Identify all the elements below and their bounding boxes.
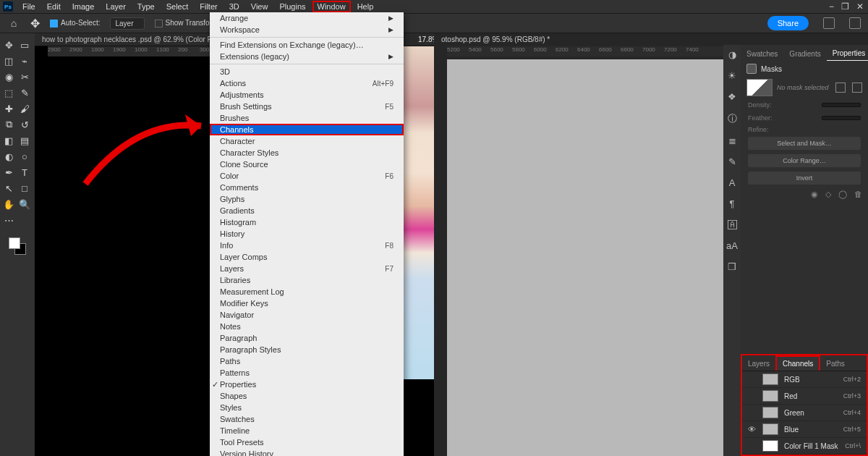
menu-item-libraries[interactable]: Libraries xyxy=(210,274,404,286)
search-icon[interactable] xyxy=(823,17,835,29)
mask-from-sel-icon[interactable]: ◇ xyxy=(825,190,831,199)
menu-window[interactable]: Window xyxy=(312,1,351,12)
info-panel-icon[interactable]: ⓘ xyxy=(728,112,737,125)
menu-item-channels[interactable]: Channels xyxy=(210,124,404,135)
menu-item-workspace[interactable]: Workspace▶ xyxy=(210,24,404,35)
menu-item-navigator[interactable]: Navigator xyxy=(210,309,404,321)
feather-value[interactable] xyxy=(822,116,861,120)
artboard-tool[interactable]: ▭ xyxy=(17,38,32,52)
menu-plugins[interactable]: Plugins xyxy=(274,1,310,12)
invert-button[interactable]: Invert xyxy=(748,172,861,185)
tab-gradients[interactable]: Gradients xyxy=(783,47,826,61)
libraries-icon[interactable]: ≣ xyxy=(728,135,736,146)
channel-row-blue[interactable]: 👁BlueCtrl+5 xyxy=(742,421,867,438)
menu-item-comments[interactable]: Comments xyxy=(210,182,404,193)
home-icon[interactable]: ⌂ xyxy=(7,17,20,30)
auto-select-checkbox[interactable] xyxy=(50,20,58,28)
pen-tool[interactable]: ✒ xyxy=(1,165,16,180)
menu-edit[interactable]: Edit xyxy=(42,1,66,12)
canvas-right[interactable] xyxy=(447,59,723,456)
lasso-tool[interactable]: ⌁ xyxy=(17,54,32,68)
menu-item-arrange[interactable]: Arrange▶ xyxy=(210,12,404,24)
menu-item-extensions[interactable]: Extensions (legacy)▶ xyxy=(210,51,404,62)
gradient-tool[interactable]: ▤ xyxy=(17,133,32,148)
maximize-icon[interactable]: ❐ xyxy=(841,1,849,12)
visibility-icon[interactable]: 👁 xyxy=(748,425,757,434)
menu-item-layers[interactable]: LayersF7 xyxy=(210,263,404,274)
blur-tool[interactable]: ◐ xyxy=(1,149,16,164)
menu-item-styles[interactable]: Styles xyxy=(210,402,404,413)
channel-row-green[interactable]: GreenCtrl+4 xyxy=(742,405,867,421)
trash-icon[interactable]: 🗑 xyxy=(854,190,862,199)
pixel-mask-icon[interactable] xyxy=(835,83,846,93)
menu-item-layer-comps[interactable]: Layer Comps xyxy=(210,251,404,263)
brush-tool[interactable]: 🖌 xyxy=(17,101,32,116)
hand-tool[interactable]: ✋ xyxy=(1,197,16,211)
menu-item-actions[interactable]: ActionsAlt+F9 xyxy=(210,77,404,89)
menu-item-glyphs[interactable]: Glyphs xyxy=(210,193,404,205)
menu-item-character[interactable]: Character xyxy=(210,135,404,147)
tab-channels[interactable]: Channels xyxy=(775,355,820,371)
menu-item-history[interactable]: History xyxy=(210,228,404,240)
eraser-tool[interactable]: ◧ xyxy=(1,133,16,148)
channel-row-red[interactable]: RedCtrl+3 xyxy=(742,388,867,405)
menu-file[interactable]: File xyxy=(17,1,41,12)
edit-toolbar[interactable]: ⋯ xyxy=(1,213,16,227)
color-swatch[interactable] xyxy=(9,237,26,255)
menu-filter[interactable]: Filter xyxy=(195,1,222,12)
transform-controls-checkbox[interactable] xyxy=(155,20,163,28)
eyedropper-tool[interactable]: ✎ xyxy=(17,85,32,100)
menu-select[interactable]: Select xyxy=(161,1,194,12)
glyphs-panel-icon[interactable]: 🄰 xyxy=(728,219,737,230)
zoom-tool[interactable]: 🔍 xyxy=(17,197,32,211)
menu-item-color[interactable]: ColorF6 xyxy=(210,170,404,182)
tab-layers[interactable]: Layers xyxy=(742,357,775,371)
menu-layer[interactable]: Layer xyxy=(101,1,131,12)
menu-item-modifier-keys[interactable]: Modifier Keys xyxy=(210,297,404,309)
history-brush-tool[interactable]: ↺ xyxy=(17,117,32,132)
dodge-tool[interactable]: ○ xyxy=(17,149,32,164)
menu-item-paragraph-styles[interactable]: Paragraph Styles xyxy=(210,344,404,355)
color-panel-icon[interactable]: ◑ xyxy=(728,49,736,60)
channel-row-rgb[interactable]: RGBCtrl+2 xyxy=(742,371,867,388)
menu-item-paths[interactable]: Paths xyxy=(210,355,404,367)
path-tool[interactable]: ↖ xyxy=(1,181,16,195)
eye-icon[interactable]: ◉ xyxy=(811,190,818,199)
marquee-tool[interactable]: ◫ xyxy=(1,54,16,68)
menu-item-properties[interactable]: ✓Properties xyxy=(210,379,404,390)
menu-item-version-history[interactable]: Version History xyxy=(210,448,404,456)
menu-item-histogram[interactable]: Histogram xyxy=(210,216,404,228)
layers-panel-icon[interactable]: ❖ xyxy=(728,91,736,102)
menu-item-3d[interactable]: 3D xyxy=(210,66,404,77)
menu-item-character-styles[interactable]: Character Styles xyxy=(210,147,404,159)
document-tab-right[interactable]: otoshop.psd @ 95.9% (RGB/8#) * xyxy=(437,33,723,46)
cube-icon[interactable]: ❒ xyxy=(728,261,736,272)
menu-item-swatches[interactable]: Swatches xyxy=(210,413,404,425)
tab-paths[interactable]: Paths xyxy=(820,357,851,371)
menu-item-info[interactable]: InfoF8 xyxy=(210,240,404,251)
menu-item-measurement-log[interactable]: Measurement Log xyxy=(210,286,404,297)
menu-item-tool-presets[interactable]: Tool Presets xyxy=(210,436,404,448)
type-tool[interactable]: T xyxy=(17,165,32,180)
shape-tool[interactable]: □ xyxy=(17,181,32,195)
menu-help[interactable]: Help xyxy=(352,1,379,12)
clone-tool[interactable]: ⧉ xyxy=(1,117,16,132)
menu-item-brushes[interactable]: Brushes xyxy=(210,112,404,124)
workspace-icon[interactable] xyxy=(849,17,861,29)
move-tool[interactable]: ✥ xyxy=(1,38,16,52)
vector-mask-icon[interactable] xyxy=(852,83,862,93)
tab-swatches[interactable]: Swatches xyxy=(741,47,783,61)
menu-3d[interactable]: 3D xyxy=(224,1,244,12)
menu-type[interactable]: Type xyxy=(132,1,160,12)
menu-view[interactable]: View xyxy=(246,1,273,12)
menu-item-paragraph[interactable]: Paragraph xyxy=(210,332,404,344)
menu-item-timeline[interactable]: Timeline xyxy=(210,425,404,436)
crop-tool[interactable]: ✂ xyxy=(17,69,32,84)
menu-item-notes[interactable]: Notes xyxy=(210,321,404,332)
menu-item-shapes[interactable]: Shapes xyxy=(210,390,404,402)
density-value[interactable] xyxy=(822,103,861,107)
menu-item-brush-settings[interactable]: Brush SettingsF5 xyxy=(210,101,404,112)
adjust-panel-icon[interactable]: ☀ xyxy=(728,70,736,81)
share-button[interactable]: Share xyxy=(767,16,809,30)
menu-item-adjustments[interactable]: Adjustments xyxy=(210,89,404,101)
